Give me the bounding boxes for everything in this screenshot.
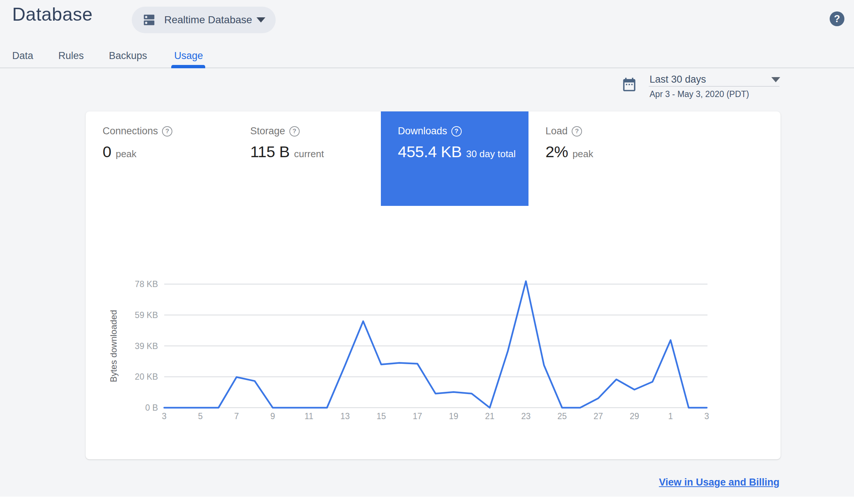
tab-data[interactable]: Data — [12, 50, 33, 62]
metric-label: Connections — [103, 125, 158, 137]
date-divider — [649, 86, 779, 87]
metric-value: 115 B — [250, 143, 290, 161]
view-usage-billing-link[interactable]: View in Usage and Billing — [659, 477, 779, 488]
database-selector-label: Realtime Database — [164, 14, 252, 26]
help-icon: ? — [834, 13, 840, 25]
page-title: Database — [12, 4, 93, 25]
date-range-label: Apr 3 - May 3, 2020 (PDT) — [650, 89, 749, 99]
usage-card: Connections ? 0 peak Storage ? 115 B cur… — [86, 111, 781, 459]
metric-value: 2% — [545, 143, 568, 161]
date-preset-row[interactable]: Last 30 days — [650, 74, 781, 85]
calendar-icon — [621, 76, 637, 93]
metric-tile-downloads[interactable]: Downloads ? 455.4 KB 30 day total — [381, 111, 528, 206]
database-icon — [142, 13, 156, 27]
tab-usage[interactable]: Usage — [174, 50, 203, 62]
metric-value: 455.4 KB — [398, 143, 462, 161]
metric-tiles: Connections ? 0 peak Storage ? 115 B cur… — [86, 111, 676, 206]
metric-label: Storage — [250, 125, 285, 137]
metric-label: Downloads — [398, 125, 447, 137]
metric-suffix: current — [294, 148, 324, 160]
metric-value: 0 — [103, 143, 111, 161]
tabbar-divider — [0, 68, 854, 68]
chevron-down-icon — [256, 17, 265, 23]
database-selector-button[interactable]: Realtime Database — [132, 7, 276, 33]
help-icon[interactable]: ? — [451, 126, 462, 137]
help-icon[interactable]: ? — [289, 126, 300, 137]
tab-rules[interactable]: Rules — [58, 50, 84, 62]
help-icon[interactable]: ? — [572, 126, 582, 137]
help-button[interactable]: ? — [830, 11, 844, 26]
metric-tile-load[interactable]: Load ? 2% peak — [528, 111, 676, 206]
metric-suffix: peak — [572, 148, 593, 160]
tab-backups[interactable]: Backups — [109, 50, 147, 62]
bottom-strip — [0, 497, 854, 504]
metric-label: Load — [545, 125, 568, 137]
help-icon[interactable]: ? — [162, 126, 172, 137]
date-preset-label: Last 30 days — [650, 74, 706, 85]
metric-tile-storage[interactable]: Storage ? 115 B current — [233, 111, 381, 206]
chevron-down-icon — [771, 77, 780, 82]
active-tab-indicator — [171, 65, 205, 68]
metric-suffix: 30 day total — [466, 148, 516, 160]
metric-tile-connections[interactable]: Connections ? 0 peak — [86, 111, 233, 206]
metric-suffix: peak — [116, 148, 136, 160]
